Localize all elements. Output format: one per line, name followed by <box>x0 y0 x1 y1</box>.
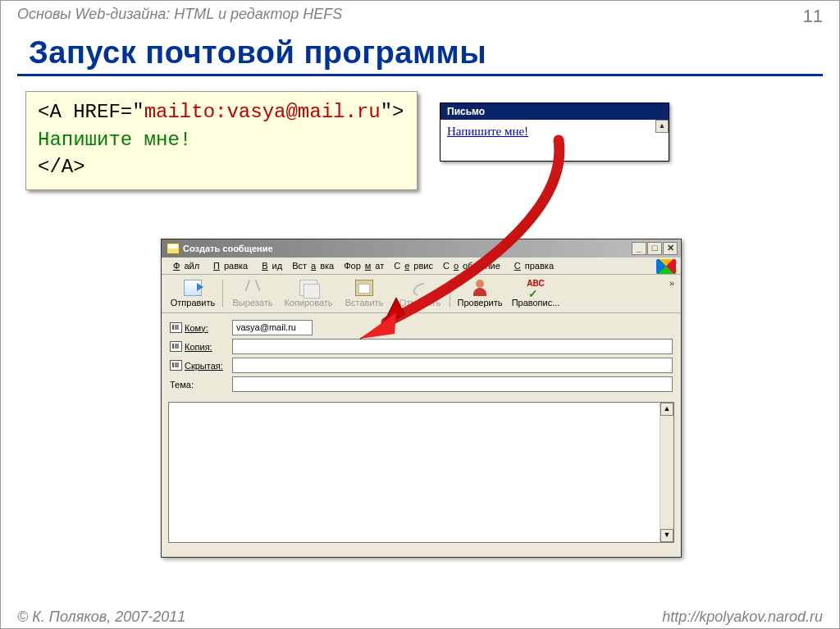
menu-format[interactable]: Формат <box>340 260 388 271</box>
cc-label[interactable]: Копия: <box>185 342 212 352</box>
title-rule <box>17 74 823 76</box>
close-button[interactable]: ✕ <box>663 242 678 255</box>
undo-icon <box>411 280 429 296</box>
addressbook-icon[interactable] <box>170 341 182 352</box>
slide-title: Запуск почтовой программы <box>29 35 839 71</box>
paste-label: Вставить <box>345 298 384 308</box>
copy-icon <box>299 280 317 296</box>
menu-insert[interactable]: Вставка <box>288 260 338 271</box>
undo-button[interactable]: Отменить <box>392 278 448 309</box>
browser-preview: Письмо ▲ Напишите мне! <box>440 103 669 162</box>
menu-view[interactable]: Вид <box>253 260 286 271</box>
spell-button[interactable]: ABC Правопис... <box>508 278 564 309</box>
send-icon <box>184 280 202 296</box>
windows-flag-icon <box>656 259 676 274</box>
menu-help[interactable]: Справка <box>506 260 558 271</box>
check-button[interactable]: Проверить <box>452 278 508 309</box>
preview-title: Письмо <box>447 106 485 117</box>
toolbar-separator2 <box>450 280 450 308</box>
send-label: Отправить <box>171 298 216 308</box>
code-content: Напишите мне! <box>38 129 191 151</box>
scroll-down-icon[interactable]: ▼ <box>660 529 673 542</box>
addressbook-icon[interactable] <box>170 360 182 371</box>
code-close: </A> <box>38 156 85 178</box>
compose-window: Создать сообщение _ □ ✕ Файл Правка Вид … <box>161 239 682 558</box>
compose-toolbar: Отправить Вырезать Копировать Вставить О… <box>162 275 681 313</box>
abc-icon: ABC <box>527 280 545 296</box>
check-label: Проверить <box>457 298 502 308</box>
bcc-field[interactable] <box>232 358 673 373</box>
compose-icon <box>167 243 180 254</box>
subject-field[interactable] <box>232 376 673 392</box>
paste-icon <box>355 280 373 296</box>
maximize-button[interactable]: □ <box>647 242 662 255</box>
preview-titlebar: Письмо <box>441 103 669 120</box>
to-field[interactable]: vasya@mail.ru <box>232 320 313 335</box>
send-button[interactable]: Отправить <box>165 278 221 309</box>
scroll-up-icon[interactable]: ▲ <box>660 403 673 416</box>
header-subject: Основы Web-дизайна: HTML и редактор HEFS <box>17 6 342 27</box>
cc-field[interactable] <box>232 339 673 354</box>
page-number: 11 <box>803 6 823 27</box>
compose-titlebar[interactable]: Создать сообщение _ □ ✕ <box>162 239 681 258</box>
copy-label: Копировать <box>284 298 332 308</box>
to-label[interactable]: Кому: <box>185 323 208 333</box>
code-kw2: "> <box>381 101 404 123</box>
menu-edit[interactable]: Правка <box>205 260 252 271</box>
menu-message[interactable]: Сообщение <box>439 260 504 271</box>
footer-copyright: © К. Поляков, 2007-2011 <box>17 608 185 626</box>
code-kw: <A HREF=" <box>38 101 144 123</box>
compose-menu: Файл Правка Вид Вставка Формат Сервис Со… <box>162 258 681 275</box>
person-icon <box>471 280 489 296</box>
footer-url: http://kpolyakov.narod.ru <box>662 608 823 626</box>
cut-button[interactable]: Вырезать <box>225 278 281 309</box>
cut-icon <box>244 280 262 296</box>
bcc-label[interactable]: Скрытая: <box>185 361 223 371</box>
minimize-button[interactable]: _ <box>632 242 646 255</box>
mailto-link[interactable]: Напишите мне! <box>447 125 528 138</box>
copy-button[interactable]: Копировать <box>281 278 336 309</box>
message-body[interactable]: ▲ ▼ <box>168 402 674 543</box>
cut-label: Вырезать <box>233 298 273 308</box>
undo-label: Отменить <box>399 298 441 308</box>
addressbook-icon[interactable] <box>170 322 182 333</box>
toolbar-more-icon[interactable]: » <box>666 278 678 288</box>
code-sample: <A HREF="mailto:vasya@mail.ru"> Напишите… <box>25 91 418 190</box>
subject-label: Тема: <box>170 380 194 390</box>
compose-fields: Кому: vasya@mail.ru Копия: Скрытая: Тема… <box>162 313 681 400</box>
toolbar-separator <box>222 280 223 308</box>
body-scrollbar[interactable]: ▲ ▼ <box>660 403 673 542</box>
compose-title: Создать сообщение <box>183 244 273 253</box>
paste-button[interactable]: Вставить <box>336 278 392 309</box>
menu-file[interactable]: Файл <box>165 260 203 271</box>
code-url: mailto:vasya@mail.ru <box>144 101 381 123</box>
menu-service[interactable]: Сервис <box>390 260 437 271</box>
scroll-up-icon[interactable]: ▲ <box>655 120 669 133</box>
